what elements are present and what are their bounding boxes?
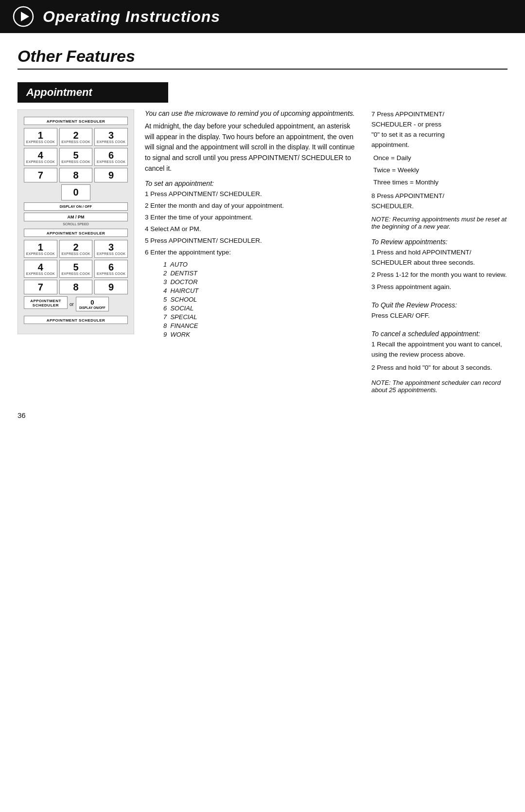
page-header: Operating Instructions (0, 0, 525, 33)
once-daily: Once = Daily (373, 153, 508, 163)
top-789-grid: 7 8 9 (24, 168, 128, 182)
num-1b-label: EXPRESS COOK (25, 252, 56, 255)
appt-scheduler-label-3: APPOINTMENT SCHEDULER (25, 299, 66, 307)
btn-7b[interactable]: 7 (24, 280, 57, 294)
appt-scheduler-label-top: APPOINTMENT SCHEDULER (25, 119, 126, 124)
intro-italic-text: You can use the microwave to remind you … (145, 109, 356, 117)
btn-6[interactable]: 6 EXPRESS COOK (94, 148, 128, 166)
num-4-big: 4 (25, 150, 56, 160)
num-9-top-big: 9 (96, 170, 126, 180)
btn-5[interactable]: 5 EXPRESS COOK (59, 148, 93, 166)
num-6b-big: 6 (96, 262, 126, 272)
num-3-label: EXPRESS COOK (96, 140, 126, 144)
type-5: 5 SCHOOL (163, 296, 356, 303)
btn-2[interactable]: 2 EXPRESS COOK (59, 128, 93, 146)
num-4b-big: 4 (25, 262, 56, 272)
display-on-off-2-label: DISPLAY ON/OFF (79, 306, 105, 309)
type-7: 7 SPECIAL (163, 313, 356, 321)
num-0-top-big: 0 (73, 187, 78, 198)
num-6b-label: EXPRESS COOK (96, 272, 126, 275)
num-6-big: 6 (96, 150, 126, 160)
appt-scheduler-btn-4[interactable]: APPOINTMENT SCHEDULER (24, 316, 128, 324)
bottom-num-grid: 1 EXPRESS COOK 2 EXPRESS COOK 3 EXPRESS … (24, 240, 128, 278)
scroll-speed-label: SCROLL SPEED (24, 222, 128, 226)
step-2: 2 Enter the month and day of your appoin… (145, 201, 356, 211)
step-3-text: 3 Enter the time of your appointment. (145, 214, 253, 221)
num-0-display: 0 (90, 299, 94, 306)
page-body: Other Features Appointment APPOINTMENT S… (0, 33, 525, 437)
brand-logo (12, 5, 35, 28)
step-4: 4 Select AM or PM. (145, 224, 356, 235)
page-title: Operating Instructions (43, 8, 220, 26)
btn-3b[interactable]: 3 EXPRESS COOK (94, 240, 128, 258)
btn-6b[interactable]: 6 EXPRESS COOK (94, 260, 128, 278)
type-3: 3 DOCTOR (163, 278, 356, 286)
type-8: 8 FINANCE (163, 322, 356, 329)
three-monthly: Three times = Monthly (373, 178, 508, 188)
display-on-off-label: DISPLAY ON / OFF (60, 204, 92, 209)
twice-weekly: Twice = Weekly (373, 165, 508, 176)
btn-8b[interactable]: 8 (59, 280, 93, 294)
step-5: 5 Press APPOINTMENT/ SCHEDULER. (145, 236, 356, 246)
btn-0-display[interactable]: 0 DISPLAY ON/OFF (76, 297, 109, 311)
review-steps: 1 Press and hold APPOINTMENT/ SCHEDULER … (371, 248, 508, 292)
num-9b-big: 9 (96, 282, 126, 292)
step-4-text: 4 Select AM or PM. (145, 225, 201, 233)
appt-scheduler-label-2: APPOINTMENT SCHEDULER (25, 231, 126, 235)
btn-5b[interactable]: 5 EXPRESS COOK (59, 260, 93, 278)
btn-9-top[interactable]: 9 (94, 168, 128, 182)
step-2-text: 2 Enter the month and day of your appoin… (145, 202, 284, 209)
middle-text-content: You can use the microwave to remind you … (134, 109, 367, 340)
content-area: APPOINTMENT SCHEDULER 1 EXPRESS COOK 2 E… (18, 109, 508, 397)
btn-3[interactable]: 3 EXPRESS COOK (94, 128, 128, 146)
num-1-label: EXPRESS COOK (25, 140, 56, 144)
svg-marker-1 (21, 12, 29, 21)
step-8-text: 8 Press APPOINTMENT/SCHEDULER. (371, 191, 508, 212)
type-1: 1 AUTO (163, 261, 356, 268)
num-3b-label: EXPRESS COOK (96, 252, 126, 255)
cancel-step-1: 1 Recall the appointment you want to can… (371, 340, 508, 360)
btn-7-top[interactable]: 7 (24, 168, 57, 182)
btn-2b[interactable]: 2 EXPRESS COOK (59, 240, 93, 258)
review-step-1: 1 Press and hold APPOINTMENT/ SCHEDULER … (371, 248, 508, 268)
num-2b-label: EXPRESS COOK (61, 252, 91, 255)
appt-scheduler-btn-2[interactable]: APPOINTMENT SCHEDULER (24, 229, 128, 237)
step-3: 3 Enter the time of your appointment. (145, 213, 356, 223)
btn-1[interactable]: 1 EXPRESS COOK (24, 128, 57, 146)
btn-4b[interactable]: 4 EXPRESS COOK (24, 260, 57, 278)
step-6-text: 6 Enter the appointment type: (145, 249, 231, 256)
num-3-big: 3 (96, 130, 126, 140)
btn-0-top[interactable]: 0 (61, 184, 90, 200)
step-1-text: 1 Press APPOINTMENT/ SCHEDULER. (145, 190, 262, 198)
am-pm-label: AM / PM (68, 215, 85, 219)
num-3b-big: 3 (96, 242, 126, 252)
num-7b-big: 7 (25, 282, 56, 292)
top-num-grid: 1 EXPRESS COOK 2 EXPRESS COOK 3 EXPRESS … (24, 128, 128, 166)
display-on-off-btn[interactable]: DISPLAY ON / OFF (24, 202, 128, 211)
type-2: 2 DENTIST (163, 270, 356, 277)
quit-step: Press CLEAR/ OFF. (371, 311, 508, 321)
note-recurring: NOTE: Recurring appointments must be res… (371, 216, 508, 230)
num-8-top-big: 8 (61, 170, 91, 180)
num-4b-label: EXPRESS COOK (25, 272, 56, 275)
num-8b-big: 8 (61, 282, 91, 292)
am-pm-btn[interactable]: AM / PM (24, 213, 128, 221)
btn-1b[interactable]: 1 EXPRESS COOK (24, 240, 57, 258)
step-7-text: 7 Press APPOINTMENT/SCHEDULER - or press… (371, 109, 508, 150)
set-appointment-heading: To set an appointment: (145, 180, 356, 187)
step-6: 6 Enter the appointment type: (145, 248, 356, 258)
num-5b-label: EXPRESS COOK (61, 272, 91, 275)
appt-scheduler-btn-top[interactable]: APPOINTMENT SCHEDULER (24, 117, 128, 125)
appt-scheduler-btn-3[interactable]: APPOINTMENT SCHEDULER (24, 296, 68, 309)
cancel-step-2: 2 Press and hold "0" for about 3 seconds… (371, 363, 508, 373)
btn-8-top[interactable]: 8 (59, 168, 93, 182)
type-4: 4 HAIRCUT (163, 287, 356, 294)
btn-4[interactable]: 4 EXPRESS COOK (24, 148, 57, 166)
num-2b-big: 2 (61, 242, 91, 252)
keypad-panel: APPOINTMENT SCHEDULER 1 EXPRESS COOK 2 E… (18, 109, 134, 334)
main-paragraph: At midnight, the day before your schedul… (145, 121, 356, 174)
or-text: or (70, 302, 74, 307)
type-9: 9 WORK (163, 331, 356, 338)
num-1b-big: 1 (25, 242, 56, 252)
btn-9b[interactable]: 9 (94, 280, 128, 294)
